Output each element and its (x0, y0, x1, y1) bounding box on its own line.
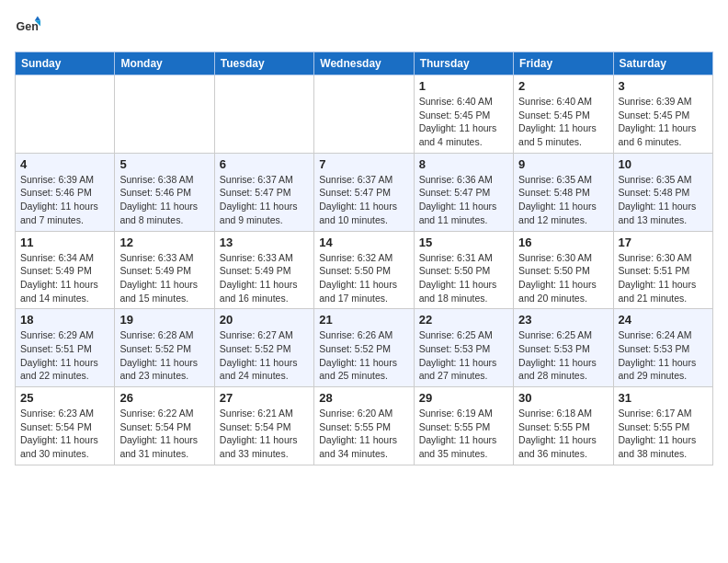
day-info: Sunrise: 6:20 AM Sunset: 5:55 PM Dayligh… (319, 407, 408, 461)
day-info: Sunrise: 6:36 AM Sunset: 5:47 PM Dayligh… (419, 173, 508, 227)
calendar-cell: 27Sunrise: 6:21 AM Sunset: 5:54 PM Dayli… (214, 387, 313, 465)
day-number: 7 (319, 157, 408, 171)
calendar-cell: 12Sunrise: 6:33 AM Sunset: 5:49 PM Dayli… (115, 231, 214, 309)
calendar-week-row: 25Sunrise: 6:23 AM Sunset: 5:54 PM Dayli… (16, 387, 713, 465)
day-number: 23 (518, 313, 608, 327)
calendar-cell: 20Sunrise: 6:27 AM Sunset: 5:52 PM Dayli… (214, 309, 313, 387)
day-of-week-header: Saturday (613, 52, 712, 75)
day-of-week-header: Sunday (16, 52, 115, 75)
day-info: Sunrise: 6:35 AM Sunset: 5:48 PM Dayligh… (619, 173, 708, 227)
day-number: 16 (518, 236, 608, 249)
day-number: 12 (119, 236, 209, 249)
day-info: Sunrise: 6:39 AM Sunset: 5:45 PM Dayligh… (619, 95, 708, 149)
day-number: 31 (619, 391, 708, 405)
day-number: 22 (419, 313, 508, 327)
calendar-cell: 15Sunrise: 6:31 AM Sunset: 5:50 PM Dayli… (414, 231, 513, 309)
day-of-week-header: Friday (514, 52, 613, 75)
day-number: 9 (518, 157, 608, 171)
day-number: 14 (319, 236, 408, 249)
day-info: Sunrise: 6:29 AM Sunset: 5:51 PM Dayligh… (20, 328, 109, 383)
calendar-cell (314, 75, 414, 154)
day-of-week-header: Thursday (414, 52, 513, 75)
day-info: Sunrise: 6:25 AM Sunset: 5:53 PM Dayligh… (518, 328, 608, 383)
day-info: Sunrise: 6:31 AM Sunset: 5:50 PM Dayligh… (419, 251, 508, 305)
calendar-cell: 6Sunrise: 6:37 AM Sunset: 5:47 PM Daylig… (214, 153, 313, 231)
day-number: 15 (419, 236, 508, 249)
day-info: Sunrise: 6:39 AM Sunset: 5:46 PM Dayligh… (20, 173, 109, 227)
day-info: Sunrise: 6:26 AM Sunset: 5:52 PM Dayligh… (319, 328, 408, 383)
calendar-cell: 28Sunrise: 6:20 AM Sunset: 5:55 PM Dayli… (314, 387, 414, 465)
calendar-cell: 17Sunrise: 6:30 AM Sunset: 5:51 PM Dayli… (613, 231, 712, 309)
day-number: 13 (220, 236, 309, 249)
calendar-cell (115, 75, 214, 154)
calendar-cell: 24Sunrise: 6:24 AM Sunset: 5:53 PM Dayli… (613, 309, 712, 387)
calendar-header-row: SundayMondayTuesdayWednesdayThursdayFrid… (16, 52, 713, 75)
calendar-cell: 4Sunrise: 6:39 AM Sunset: 5:46 PM Daylig… (16, 153, 115, 231)
day-info: Sunrise: 6:25 AM Sunset: 5:53 PM Dayligh… (419, 328, 508, 383)
calendar-cell: 7Sunrise: 6:37 AM Sunset: 5:47 PM Daylig… (314, 153, 414, 231)
calendar-cell: 23Sunrise: 6:25 AM Sunset: 5:53 PM Dayli… (514, 309, 613, 387)
day-info: Sunrise: 6:37 AM Sunset: 5:47 PM Dayligh… (319, 173, 408, 227)
calendar-cell: 13Sunrise: 6:33 AM Sunset: 5:49 PM Dayli… (214, 231, 313, 309)
calendar-cell: 10Sunrise: 6:35 AM Sunset: 5:48 PM Dayli… (613, 153, 712, 231)
calendar-cell: 18Sunrise: 6:29 AM Sunset: 5:51 PM Dayli… (16, 309, 115, 387)
day-info: Sunrise: 6:27 AM Sunset: 5:52 PM Dayligh… (220, 328, 309, 383)
calendar-cell: 19Sunrise: 6:28 AM Sunset: 5:52 PM Dayli… (115, 309, 214, 387)
day-number: 21 (319, 313, 408, 327)
calendar-cell: 30Sunrise: 6:18 AM Sunset: 5:55 PM Dayli… (514, 387, 613, 465)
day-info: Sunrise: 6:40 AM Sunset: 5:45 PM Dayligh… (419, 95, 508, 149)
day-info: Sunrise: 6:23 AM Sunset: 5:54 PM Dayligh… (20, 407, 109, 461)
day-number: 2 (518, 79, 608, 93)
day-number: 18 (20, 313, 109, 327)
day-number: 3 (619, 79, 708, 93)
day-info: Sunrise: 6:24 AM Sunset: 5:53 PM Dayligh… (619, 328, 708, 383)
calendar-cell (16, 75, 115, 154)
day-number: 1 (419, 79, 508, 93)
calendar-cell: 11Sunrise: 6:34 AM Sunset: 5:49 PM Dayli… (16, 231, 115, 309)
day-of-week-header: Tuesday (214, 52, 313, 75)
day-info: Sunrise: 6:22 AM Sunset: 5:54 PM Dayligh… (119, 407, 209, 461)
calendar-cell: 1Sunrise: 6:40 AM Sunset: 5:45 PM Daylig… (414, 75, 513, 154)
day-number: 26 (119, 391, 209, 405)
day-number: 20 (220, 313, 309, 327)
calendar-cell: 26Sunrise: 6:22 AM Sunset: 5:54 PM Dayli… (115, 387, 214, 465)
calendar-cell: 5Sunrise: 6:38 AM Sunset: 5:46 PM Daylig… (115, 153, 214, 231)
svg-text:Gen: Gen (17, 20, 39, 33)
day-number: 17 (619, 236, 708, 249)
day-info: Sunrise: 6:17 AM Sunset: 5:55 PM Dayligh… (619, 407, 708, 461)
day-number: 5 (119, 157, 209, 171)
day-info: Sunrise: 6:30 AM Sunset: 5:50 PM Dayligh… (518, 251, 608, 305)
day-number: 30 (518, 391, 608, 405)
calendar-cell: 2Sunrise: 6:40 AM Sunset: 5:45 PM Daylig… (514, 75, 613, 154)
day-number: 28 (319, 391, 408, 405)
calendar-week-row: 1Sunrise: 6:40 AM Sunset: 5:45 PM Daylig… (16, 75, 713, 154)
day-number: 24 (619, 313, 708, 327)
day-number: 29 (419, 391, 508, 405)
calendar-week-row: 11Sunrise: 6:34 AM Sunset: 5:49 PM Dayli… (16, 231, 713, 309)
day-info: Sunrise: 6:32 AM Sunset: 5:50 PM Dayligh… (319, 251, 408, 305)
day-info: Sunrise: 6:19 AM Sunset: 5:55 PM Dayligh… (419, 407, 508, 461)
calendar-week-row: 18Sunrise: 6:29 AM Sunset: 5:51 PM Dayli… (16, 309, 713, 387)
calendar-cell: 8Sunrise: 6:36 AM Sunset: 5:47 PM Daylig… (414, 153, 513, 231)
day-info: Sunrise: 6:28 AM Sunset: 5:52 PM Dayligh… (119, 328, 209, 383)
day-info: Sunrise: 6:35 AM Sunset: 5:48 PM Dayligh… (518, 173, 608, 227)
calendar-cell: 3Sunrise: 6:39 AM Sunset: 5:45 PM Daylig… (613, 75, 712, 154)
day-info: Sunrise: 6:33 AM Sunset: 5:49 PM Dayligh… (119, 251, 209, 305)
calendar-cell: 22Sunrise: 6:25 AM Sunset: 5:53 PM Dayli… (414, 309, 513, 387)
calendar-table: SundayMondayTuesdayWednesdayThursdayFrid… (15, 52, 713, 465)
calendar-cell: 25Sunrise: 6:23 AM Sunset: 5:54 PM Dayli… (16, 387, 115, 465)
day-info: Sunrise: 6:33 AM Sunset: 5:49 PM Dayligh… (220, 251, 309, 305)
calendar-cell (214, 75, 313, 154)
calendar-cell: 31Sunrise: 6:17 AM Sunset: 5:55 PM Dayli… (613, 387, 712, 465)
day-info: Sunrise: 6:34 AM Sunset: 5:49 PM Dayligh… (20, 251, 109, 305)
calendar-cell: 21Sunrise: 6:26 AM Sunset: 5:52 PM Dayli… (314, 309, 414, 387)
day-number: 27 (220, 391, 309, 405)
day-info: Sunrise: 6:30 AM Sunset: 5:51 PM Dayligh… (619, 251, 708, 305)
calendar-week-row: 4Sunrise: 6:39 AM Sunset: 5:46 PM Daylig… (16, 153, 713, 231)
day-of-week-header: Wednesday (314, 52, 414, 75)
page-header: Gen (15, 15, 713, 40)
day-info: Sunrise: 6:38 AM Sunset: 5:46 PM Dayligh… (119, 173, 209, 227)
day-info: Sunrise: 6:21 AM Sunset: 5:54 PM Dayligh… (220, 407, 309, 461)
calendar-cell: 29Sunrise: 6:19 AM Sunset: 5:55 PM Dayli… (414, 387, 513, 465)
day-info: Sunrise: 6:18 AM Sunset: 5:55 PM Dayligh… (518, 407, 608, 461)
